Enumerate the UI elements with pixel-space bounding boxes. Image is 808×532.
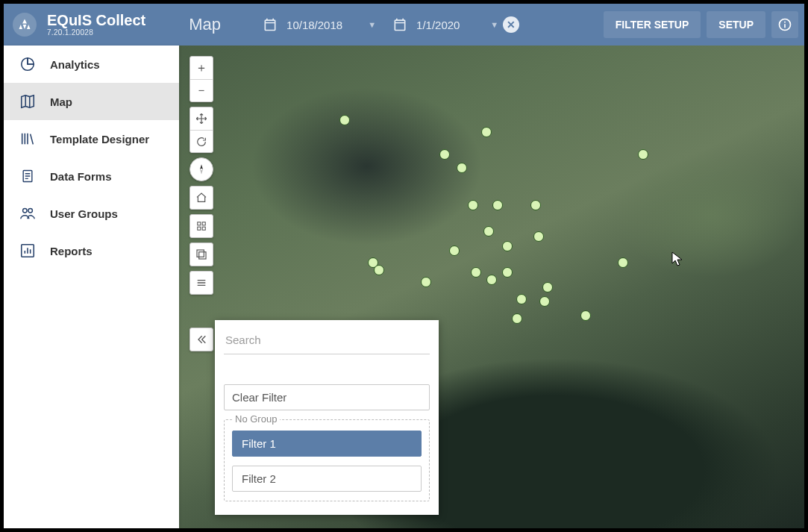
svg-point-1 bbox=[23, 209, 27, 213]
filter-panel: Search Clear Filter No Group Filter 1 Fi… bbox=[215, 320, 439, 515]
sidebar-item-map[interactable]: Map bbox=[4, 83, 179, 120]
svg-rect-9 bbox=[199, 252, 206, 259]
sidebar-item-label: Data Forms bbox=[50, 170, 112, 183]
brand-name: EQuIS Collect bbox=[47, 13, 145, 28]
page-title: Map bbox=[189, 15, 221, 34]
map-marker[interactable] bbox=[421, 277, 431, 287]
info-button[interactable] bbox=[771, 11, 798, 38]
dropdown-caret-icon: ▼ bbox=[490, 20, 498, 29]
brand-version: 7.20.1.20028 bbox=[47, 29, 145, 37]
map-marker[interactable] bbox=[449, 245, 460, 256]
map-marker[interactable] bbox=[483, 226, 494, 237]
svg-point-2 bbox=[28, 209, 32, 213]
svg-rect-5 bbox=[202, 222, 205, 225]
sidebar-item-analytics[interactable]: Analytics bbox=[4, 46, 179, 83]
map-marker[interactable] bbox=[512, 313, 522, 324]
calendar-start-icon[interactable] bbox=[257, 11, 284, 38]
legend-button[interactable] bbox=[190, 272, 213, 294]
date-clear-button[interactable]: ✕ bbox=[503, 16, 519, 33]
filter-row-label: Filter 2 bbox=[242, 472, 276, 485]
clear-filter-button[interactable]: Clear Filter bbox=[224, 384, 430, 410]
filter-row-label: Filter 1 bbox=[242, 437, 276, 450]
svg-rect-4 bbox=[198, 222, 201, 225]
users-icon bbox=[17, 205, 38, 222]
map-marker[interactable] bbox=[468, 200, 478, 210]
svg-rect-8 bbox=[197, 250, 204, 257]
zoom-in-button[interactable]: ＋ bbox=[190, 57, 213, 79]
map-marker[interactable] bbox=[339, 115, 350, 125]
sidebar-item-template-designer[interactable]: Template Designer bbox=[4, 120, 179, 157]
map-canvas[interactable]: ＋ － bbox=[179, 46, 804, 528]
zoom-out-button[interactable]: － bbox=[190, 79, 213, 101]
bar-chart-icon bbox=[17, 242, 38, 259]
map-marker[interactable] bbox=[502, 241, 513, 251]
map-marker[interactable] bbox=[580, 310, 591, 321]
sidebar-item-user-groups[interactable]: User Groups bbox=[4, 195, 179, 232]
books-icon bbox=[17, 131, 38, 147]
grid-button[interactable] bbox=[190, 215, 213, 237]
sidebar-item-label: Template Designer bbox=[50, 133, 149, 145]
map-marker[interactable] bbox=[439, 149, 450, 160]
brand: EQuIS Collect 7.20.1.20028 bbox=[4, 13, 145, 37]
sidebar-item-data-forms[interactable]: Data Forms bbox=[4, 157, 179, 195]
pan-button[interactable] bbox=[190, 107, 213, 130]
cursor-icon bbox=[671, 251, 683, 270]
svg-rect-6 bbox=[198, 227, 201, 230]
sidebar: Analytics Map Template Designer Data For… bbox=[4, 46, 179, 528]
app-header: EQuIS Collect 7.20.1.20028 Map 10/18/201… bbox=[4, 4, 804, 46]
map-marker[interactable] bbox=[471, 267, 481, 278]
search-placeholder: Search bbox=[225, 334, 261, 346]
map-marker[interactable] bbox=[481, 127, 492, 137]
date-start-value: 10/18/2018 bbox=[286, 19, 342, 31]
map-marker[interactable] bbox=[492, 200, 503, 210]
sidebar-item-label: Map bbox=[50, 96, 72, 108]
setup-button[interactable]: SETUP bbox=[707, 11, 765, 38]
clear-filter-label: Clear Filter bbox=[232, 391, 286, 404]
date-end-field[interactable]: 1/1/2020 ▼ bbox=[416, 19, 498, 31]
map-marker[interactable] bbox=[618, 257, 628, 268]
date-start-field[interactable]: 10/18/2018 ▼ bbox=[286, 19, 376, 31]
filter-group-label: No Group bbox=[232, 413, 280, 425]
filter-search-input[interactable]: Search bbox=[224, 329, 430, 354]
sidebar-item-label: User Groups bbox=[50, 207, 118, 220]
map-marker[interactable] bbox=[486, 275, 497, 285]
map-marker[interactable] bbox=[457, 163, 467, 173]
date-end-value: 1/1/2020 bbox=[416, 19, 460, 31]
panel-collapse-button[interactable] bbox=[190, 328, 213, 351]
map-marker[interactable] bbox=[502, 267, 513, 278]
map-marker[interactable] bbox=[542, 282, 553, 292]
calendar-end-icon[interactable] bbox=[386, 11, 413, 38]
form-icon bbox=[17, 168, 38, 184]
filter-setup-button[interactable]: FILTER SETUP bbox=[604, 11, 701, 38]
svg-rect-7 bbox=[202, 227, 205, 230]
map-marker[interactable] bbox=[374, 265, 384, 275]
rotate-button[interactable] bbox=[190, 130, 213, 152]
map-toolbar: ＋ － bbox=[190, 56, 213, 295]
filter-row-1[interactable]: Filter 1 bbox=[232, 431, 422, 457]
sidebar-item-reports[interactable]: Reports bbox=[4, 232, 179, 269]
map-marker[interactable] bbox=[533, 231, 544, 242]
home-button[interactable] bbox=[190, 187, 213, 209]
sidebar-item-label: Analytics bbox=[50, 58, 100, 71]
brand-icon bbox=[13, 13, 37, 37]
map-marker[interactable] bbox=[530, 200, 541, 210]
dropdown-caret-icon: ▼ bbox=[368, 20, 376, 29]
pie-chart-icon bbox=[17, 56, 38, 72]
compass-button[interactable] bbox=[190, 157, 213, 181]
sidebar-item-label: Reports bbox=[50, 245, 93, 257]
map-icon bbox=[17, 93, 38, 110]
map-marker[interactable] bbox=[638, 149, 648, 160]
map-marker[interactable] bbox=[516, 294, 527, 304]
filter-row-2[interactable]: Filter 2 bbox=[232, 466, 422, 492]
layers-button[interactable] bbox=[190, 243, 213, 266]
map-marker[interactable] bbox=[539, 296, 550, 307]
filter-group: No Group Filter 1 Filter 2 bbox=[224, 419, 430, 501]
